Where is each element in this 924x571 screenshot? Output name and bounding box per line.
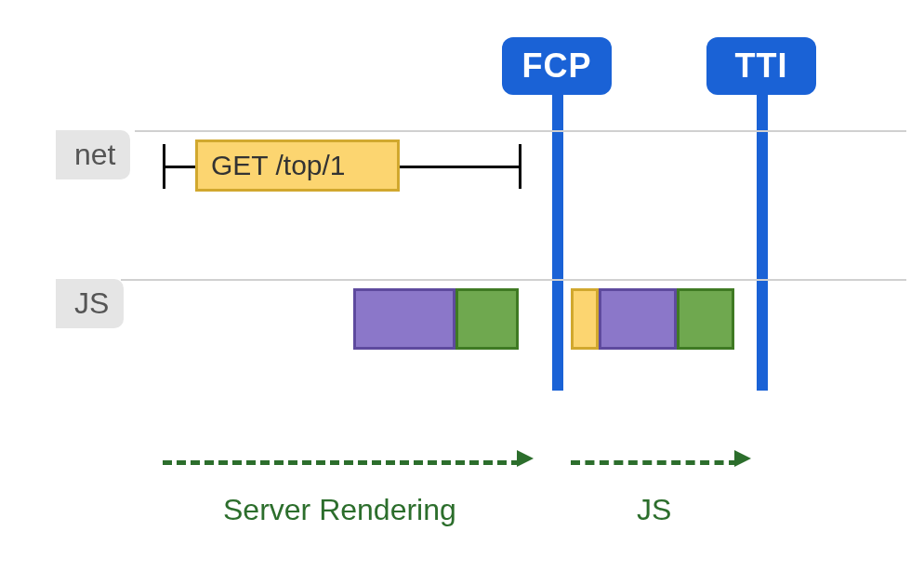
js-block-green-1 (455, 288, 519, 350)
phase-arrowhead-js (734, 450, 751, 467)
net-request-text: GET /top/1 (211, 150, 346, 181)
phase-arrow-server (163, 460, 521, 465)
lane-line-js (121, 279, 906, 281)
tti-badge: TTI (706, 37, 816, 95)
timeline-diagram: FCP TTI net GET /top/1 JS Server Renderi… (0, 0, 924, 571)
tti-marker-line (757, 95, 768, 391)
net-whisker-left (163, 166, 198, 168)
js-block-purple-2 (599, 288, 677, 350)
fcp-marker-line (552, 95, 563, 391)
lane-label-js: JS (56, 279, 124, 328)
phase-arrow-js (571, 460, 738, 465)
net-whisker-right (400, 166, 519, 168)
lane-label-net: net (56, 130, 130, 179)
fcp-badge: FCP (502, 37, 612, 95)
phase-label-js: JS (637, 493, 671, 527)
js-block-yellow (571, 288, 599, 350)
js-block-green-2 (677, 288, 734, 350)
lane-line-net (135, 130, 906, 132)
net-request-bar: GET /top/1 (195, 139, 400, 192)
phase-label-server: Server Rendering (223, 493, 456, 527)
phase-arrowhead-server (517, 450, 534, 467)
net-whisker-cap-right (519, 144, 521, 189)
js-block-purple-1 (353, 288, 455, 350)
